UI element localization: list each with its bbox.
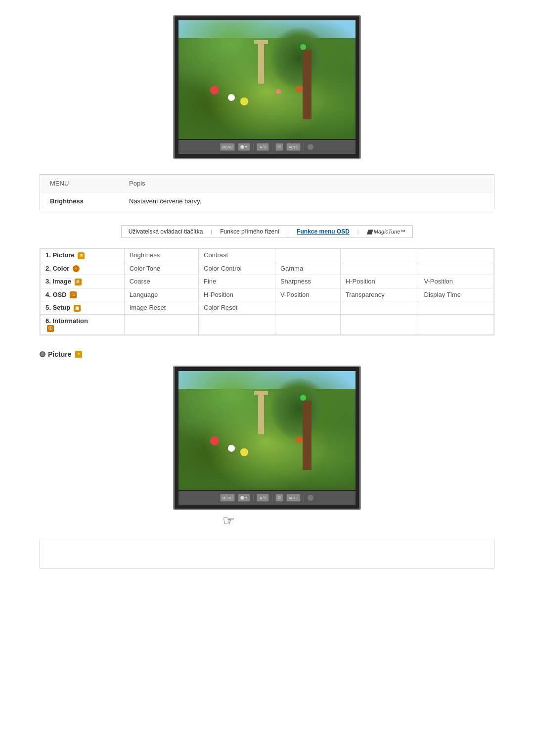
btn2-nav[interactable]: ⬤▼ [238, 494, 250, 502]
osd-row-2: 2. Color ○ Color Tone Color Control Gamm… [41, 262, 494, 275]
sub-item-5-2: Color Reset [199, 301, 275, 315]
menu-icon-3: ⊞ [75, 279, 82, 285]
sub-item-6-3 [275, 314, 340, 335]
tree-trunk-2 [303, 401, 312, 470]
radio-icon [40, 351, 45, 357]
menu-item-5-label: 5. Setup [45, 304, 71, 311]
ball-red [210, 86, 219, 94]
btn-menu[interactable]: MENU [220, 143, 235, 151]
btn-separator-2 [272, 143, 272, 151]
monitor-screen-1 [178, 20, 356, 139]
sub-item-3-1: Coarse [124, 275, 198, 288]
sub-item-3-5: V-Position [419, 275, 493, 288]
menu-icon-2: ○ [73, 265, 80, 272]
tree-foliage [269, 26, 329, 91]
sub-item-2-1: Color Tone [124, 262, 198, 275]
btn2-separator-1 [253, 494, 254, 502]
sub-item-2-5 [419, 262, 493, 275]
picture-section-heading: Picture ☀ [40, 350, 494, 358]
monitor-display-2-wrapper: MENU ⬤▼ ▲/◎ ⊡ AUTO ☞ [40, 366, 494, 529]
tab-magictune[interactable]: ⬛ MagicTune™ [360, 226, 413, 237]
menu-item-2-label: 2. Color [45, 265, 69, 272]
osd-menu-table-section: 1. Picture ☀ Brightness Contrast 2. Colo… [40, 248, 494, 335]
osd-row-4: 4. OSD □ Language H-Position V-Position … [41, 288, 494, 301]
nav-divider-3: | [356, 229, 360, 235]
tree-trunk [303, 50, 312, 119]
sub-item-6-2 [199, 314, 275, 335]
sub-item-1-1: Brightness [124, 249, 198, 262]
sub-item-6-1 [124, 314, 198, 335]
monitor-display-1: MENU ⬤▼ ▲/◎ ⊡ AUTO [40, 15, 494, 159]
btn-separator-1 [253, 143, 254, 151]
menu-item-3: 3. Image ⊞ [41, 275, 125, 288]
sub-item-5-5 [419, 301, 493, 315]
menu-item-2: 2. Color ○ [41, 262, 125, 275]
tab-direct-control[interactable]: Funkce přímého řízení [213, 226, 286, 237]
cursor-hand-icon: ☞ [222, 513, 235, 529]
btn-enter[interactable]: ⊡ [275, 143, 283, 151]
btn-nav[interactable]: ⬤▼ [238, 143, 250, 151]
btn2-auto[interactable]: AUTO [286, 494, 301, 502]
sub-item-3-2: Fine [199, 275, 275, 288]
header-menu-col: MENU [50, 180, 129, 187]
ball2-white [228, 445, 235, 452]
pagoda-decoration [258, 44, 264, 84]
sub-item-5-1: Image Reset [124, 301, 198, 315]
btn2-enter[interactable]: ⊡ [275, 494, 283, 502]
sub-item-4-5: Display Time [419, 288, 493, 301]
menu-item-3-label: 3. Image [45, 278, 71, 285]
brightness-description: Nastavení červené barvy. [129, 197, 484, 205]
picture-label: Picture [48, 350, 71, 358]
ball-pink [276, 89, 281, 94]
btn2-up[interactable]: ▲/◎ [257, 494, 269, 502]
sub-item-2-3: Gamma [275, 262, 340, 275]
menu-icon-6: ⓘ [47, 325, 54, 332]
sub-item-1-5 [419, 249, 493, 262]
menu-item-6: 6. Information ⓘ [41, 314, 125, 335]
tab-user-controls[interactable]: Uživatelská ovládací tlačítka [122, 226, 210, 237]
menu-item-4: 4. OSD □ [41, 288, 125, 301]
sub-item-4-1: Language [124, 288, 198, 301]
ball2-yellow [240, 448, 248, 456]
nav-tabs-bar: Uživatelská ovládací tlačítka | Funkce p… [121, 225, 413, 238]
magictune-label: MagicTune™ [374, 229, 406, 235]
info-table-header: MENU Popis [40, 175, 494, 192]
monitor-frame-1: MENU ⬤▼ ▲/◎ ⊡ AUTO [173, 15, 361, 159]
btn2-separator-2 [272, 494, 272, 502]
sub-item-6-4 [340, 314, 419, 335]
menu-icon-4: □ [70, 291, 77, 298]
monitor-frame-2: MENU ⬤▼ ▲/◎ ⊡ AUTO [173, 366, 361, 510]
info-table-row-brightness: Brightness Nastavení červené barvy. [40, 192, 494, 210]
osd-row-3: 3. Image ⊞ Coarse Fine Sharpness H-Posit… [41, 275, 494, 288]
sub-item-1-3 [275, 249, 340, 262]
btn-up[interactable]: ▲/◎ [257, 143, 269, 151]
sub-item-4-3: V-Position [275, 288, 340, 301]
menu-item-6-label: 6. Information [45, 317, 88, 325]
brightness-label: Brightness [50, 197, 129, 205]
sub-item-2-2: Color Control [199, 262, 275, 275]
menu-icon-5: ▦ [74, 305, 81, 312]
btn-auto[interactable]: AUTO [286, 143, 301, 151]
btn2-menu[interactable]: MENU [220, 494, 235, 502]
sub-item-5-4 [340, 301, 419, 315]
header-popis-col: Popis [129, 180, 484, 187]
picture-icon: ☀ [75, 351, 82, 358]
sub-item-6-5 [419, 314, 493, 335]
btn-power[interactable] [307, 143, 314, 150]
menu-item-1: 1. Picture ☀ [41, 249, 125, 262]
ball2-orange [296, 436, 303, 443]
ball-yellow [240, 97, 248, 105]
sub-item-2-4 [340, 262, 419, 275]
sub-item-4-2: H-Position [199, 288, 275, 301]
btn-separator-3 [304, 143, 304, 151]
nav-tabs-container: Uživatelská ovládací tlačítka | Funkce p… [40, 225, 494, 238]
monitor-buttons-2: MENU ⬤▼ ▲/◎ ⊡ AUTO [178, 491, 356, 505]
osd-row-1: 1. Picture ☀ Brightness Contrast [41, 249, 494, 262]
tab-osd-menu[interactable]: Funkce menu OSD [290, 226, 356, 237]
sub-item-1-4 [340, 249, 419, 262]
sub-item-1-2: Contrast [199, 249, 275, 262]
btn2-power[interactable] [307, 494, 314, 501]
monitor-buttons-1: MENU ⬤▼ ▲/◎ ⊡ AUTO [178, 140, 356, 154]
menu-icon-1: ☀ [78, 252, 85, 259]
menu-item-1-label: 1. Picture [45, 251, 75, 259]
